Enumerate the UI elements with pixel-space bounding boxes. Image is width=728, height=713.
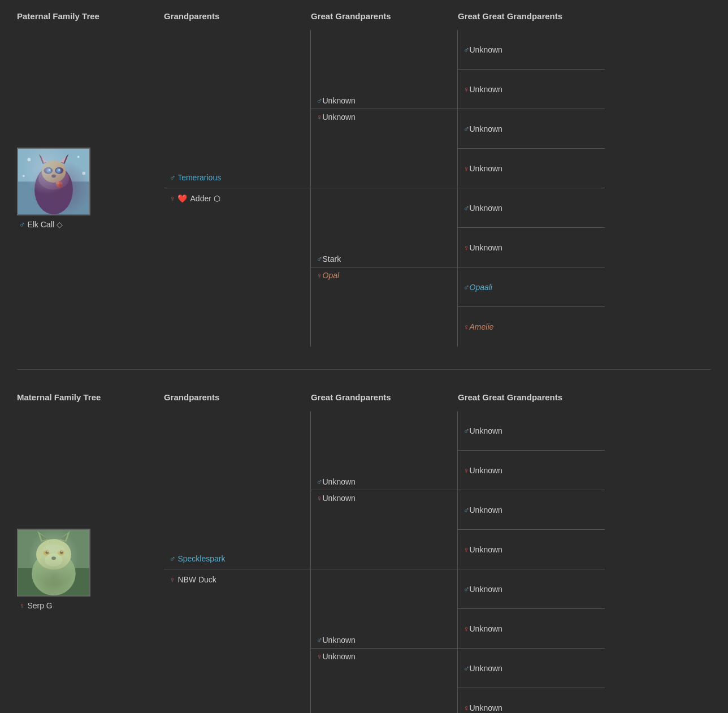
- svg-marker-30: [60, 534, 68, 541]
- paternal-grandparents-header: Grandparents: [164, 11, 311, 21]
- adder-diamond-icon: ⬡: [214, 194, 220, 203]
- paternal-tree-grid: ♂ Elk Call ◇ ♂ Temerarious ♀ ❤️ Adder ⬡ …: [17, 30, 711, 347]
- adder-name[interactable]: Adder: [190, 194, 214, 203]
- paternal-great-2-cell: ♀ Unknown: [311, 109, 458, 188]
- maternal-gg-8: ♀ Unknown: [458, 688, 605, 713]
- paternal-great-header: Great Grandparents: [311, 11, 458, 21]
- elk-call-name[interactable]: ♂ Elk Call ◇: [19, 220, 63, 229]
- paternal-grandparent-1-cell: ♂ Temerarious: [164, 30, 311, 188]
- paternal-gg-header: Great Great Grandparents: [458, 11, 605, 21]
- svg-rect-24: [18, 568, 89, 595]
- svg-marker-6: [61, 154, 69, 164]
- specklespark-name[interactable]: Specklespark: [177, 554, 225, 563]
- svg-point-11: [46, 168, 51, 173]
- maternal-gg-7: ♂ Unknown: [458, 649, 605, 688]
- svg-point-19: [27, 158, 31, 161]
- paternal-gg-7: ♂ Opaali: [458, 267, 605, 307]
- maternal-gg-1: ♂ Unknown: [458, 411, 605, 451]
- maternal-title-text: Maternal Family Tree: [17, 392, 101, 402]
- svg-rect-1: [18, 182, 89, 214]
- svg-point-2: [34, 165, 73, 214]
- paternal-gg-5: ♂ Unknown: [458, 188, 605, 228]
- maternal-section-title: Maternal Family Tree: [17, 392, 164, 402]
- svg-point-3: [38, 168, 69, 190]
- paternal-grandparent-2-cell: ♀ ❤️ Adder ⬡: [164, 188, 311, 347]
- svg-point-38: [51, 556, 56, 560]
- paternal-gg-8: ♀ Amelie: [458, 307, 605, 347]
- maternal-gg-header: Great Great Grandparents: [458, 392, 605, 402]
- svg-point-33: [58, 550, 64, 556]
- paternal-title-text: Paternal Family Tree: [17, 11, 99, 21]
- adder-heart-icon: ❤️: [177, 194, 187, 203]
- maternal-grandparent-1-cell: ♂ Specklespark: [164, 411, 311, 569]
- maternal-gg-2: ♀ Unknown: [458, 451, 605, 490]
- svg-point-39: [43, 545, 65, 554]
- paternal-self-cell: ♂ Elk Call ◇: [17, 30, 164, 347]
- specklespark-gender: ♂: [170, 554, 176, 563]
- svg-marker-8: [60, 156, 67, 163]
- maternal-great-header: Great Grandparents: [311, 392, 458, 402]
- svg-marker-5: [39, 154, 47, 164]
- svg-point-12: [57, 168, 61, 173]
- maternal-section: Maternal Family Tree Grandparents Great …: [0, 381, 728, 713]
- svg-marker-29: [40, 534, 48, 541]
- maternal-self-cell: ♀ Serp G: [17, 411, 164, 713]
- maternal-great-2-cell: ♀ Unknown: [311, 490, 458, 569]
- serp-g-name[interactable]: ♀ Serp G: [19, 601, 53, 610]
- serp-g-avatar: [17, 529, 90, 597]
- paternal-great-1-cell: ♂ Unknown: [311, 30, 458, 109]
- svg-point-32: [44, 550, 50, 556]
- maternal-gg-4: ♀ Unknown: [458, 530, 605, 569]
- maternal-gg-6: ♀ Unknown: [458, 609, 605, 649]
- paternal-great-4-cell: ♀ Opal: [311, 267, 458, 347]
- specklespark-entry[interactable]: ♂ Specklespark: [170, 554, 225, 563]
- svg-point-16: [56, 181, 63, 188]
- paternal-gg-1: ♂ Unknown: [458, 30, 605, 70]
- svg-point-34: [45, 551, 49, 554]
- paternal-great-3-cell: ♂ Stark: [311, 188, 458, 267]
- maternal-great-3-cell: ♂ Unknown: [311, 569, 458, 649]
- paternal-gg-2: ♀ Unknown: [458, 70, 605, 109]
- svg-point-20: [77, 155, 80, 158]
- svg-point-14: [58, 169, 60, 171]
- svg-point-4: [42, 161, 66, 183]
- serp-g-gender: ♀: [19, 601, 25, 610]
- elk-call-gender: ♂: [19, 220, 25, 229]
- temerarious-name[interactable]: Temerarious: [177, 173, 221, 182]
- maternal-tree-grid: ♀ Serp G ♂ Specklespark ♀ NBW Duck ♂ Unk…: [17, 411, 711, 713]
- paternal-gg-4: ♀ Unknown: [458, 149, 605, 188]
- svg-point-17: [56, 181, 59, 184]
- adder-entry[interactable]: ♀ ❤️ Adder ⬡: [170, 194, 220, 203]
- nbw-duck-entry[interactable]: ♀ NBW Duck: [170, 575, 216, 584]
- svg-point-37: [62, 551, 63, 552]
- maternal-grandparent-2-cell: ♀ NBW Duck: [164, 569, 311, 713]
- adder-gender: ♀: [170, 194, 176, 203]
- nbw-duck-name[interactable]: NBW Duck: [177, 575, 216, 584]
- svg-point-13: [49, 169, 50, 171]
- temerarious-gender: ♂: [170, 173, 176, 182]
- elk-call-avatar: [17, 148, 90, 215]
- svg-point-9: [44, 167, 53, 174]
- maternal-great-1-cell: ♂ Unknown: [311, 411, 458, 490]
- svg-marker-27: [37, 531, 48, 542]
- svg-marker-7: [41, 156, 48, 163]
- nbw-duck-gender: ♀: [170, 575, 176, 584]
- svg-point-22: [82, 172, 85, 175]
- svg-rect-23: [18, 530, 89, 595]
- svg-point-35: [60, 551, 63, 554]
- paternal-section: Paternal Family Tree Grandparents Great …: [0, 0, 728, 358]
- elk-call-symbol: ◇: [57, 220, 63, 229]
- paternal-gg-3: ♂ Unknown: [458, 109, 605, 149]
- temerarious-entry[interactable]: ♂ Temerarious: [170, 173, 221, 182]
- paternal-gg-6: ♀ Unknown: [458, 228, 605, 267]
- maternal-gg-3: ♂ Unknown: [458, 490, 605, 530]
- svg-marker-28: [59, 531, 70, 542]
- paternal-section-title: Paternal Family Tree: [17, 11, 164, 21]
- svg-point-15: [51, 174, 56, 178]
- svg-point-25: [32, 552, 76, 596]
- maternal-gg-5: ♂ Unknown: [458, 569, 605, 609]
- svg-rect-0: [18, 149, 89, 214]
- svg-point-21: [23, 175, 25, 177]
- svg-point-26: [36, 539, 71, 569]
- svg-point-10: [55, 167, 64, 174]
